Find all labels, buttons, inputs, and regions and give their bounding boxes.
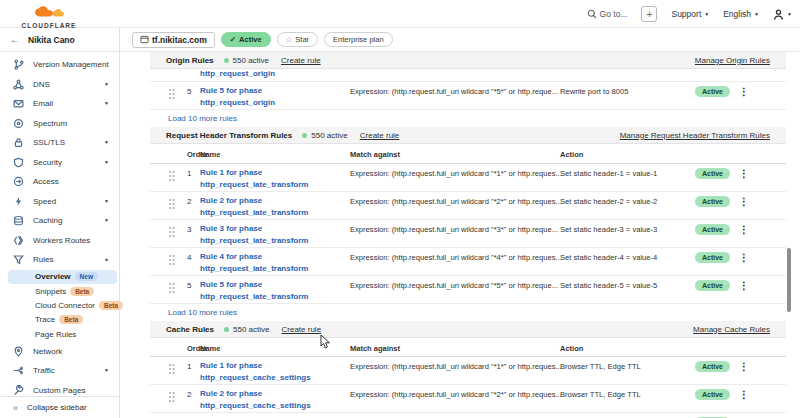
sidebar-item-version-management[interactable]: Version Management <box>0 55 119 75</box>
drag-handle-icon[interactable] <box>168 391 175 403</box>
rule-name-link[interactable]: Rule 4 for phasehttp_request_late_transf… <box>200 251 308 275</box>
beta-badge: Beta <box>59 315 83 324</box>
drag-handle-icon[interactable] <box>168 282 175 294</box>
rule-name-link[interactable]: Rule 1 for phasehttp_request_late_transf… <box>200 167 308 191</box>
beta-badge: Beta <box>99 301 123 310</box>
chevron-down-icon: ▼ <box>787 12 792 17</box>
kebab-menu-icon[interactable]: ⋮ <box>739 225 749 235</box>
kebab-menu-icon[interactable]: ⋮ <box>739 253 749 263</box>
language-menu[interactable]: English ▼ <box>723 9 759 19</box>
rule-name-link[interactable]: Rule 5 for phasehttp_request_late_transf… <box>200 279 308 303</box>
beta-badge: Beta <box>70 287 94 296</box>
account-header[interactable]: ← Nikita Cano <box>0 28 119 52</box>
sidebar-item-page-rules[interactable]: Page Rules <box>0 327 119 341</box>
star-button[interactable]: ☆ Star <box>277 32 319 47</box>
sidebar-item-dns[interactable]: DNS ▼ <box>0 75 119 95</box>
add-site-button[interactable]: + <box>641 6 657 22</box>
chevron-down-icon: ▼ <box>104 101 109 106</box>
sidebar-item-caching[interactable]: Caching ▼ <box>0 211 119 231</box>
sidebar-item-security[interactable]: Security ▼ <box>0 153 119 173</box>
rule-action: Set static header-3 = value-3 <box>560 225 657 234</box>
rule-name-line2: http_request_late_transform <box>200 264 308 273</box>
account-name: Nikita Cano <box>28 35 75 45</box>
kebab-menu-icon[interactable]: ⋮ <box>739 87 749 97</box>
sidebar-item-rules[interactable]: Rules ▼ <box>0 250 119 270</box>
drag-handle-icon[interactable] <box>168 170 175 182</box>
drag-handle-icon[interactable] <box>168 88 175 100</box>
shield-icon <box>13 157 24 168</box>
table-row[interactable]: 1 Rule 1 for phasehttp_request_late_tran… <box>150 164 786 192</box>
chevron-down-icon: ▼ <box>104 140 109 145</box>
cloudflare-logo[interactable]: CLOUDFLARE <box>20 3 78 29</box>
rule-name-link[interactable]: Rule 1 for phasehttp_request_cache_setti… <box>200 360 311 384</box>
status-badge: Active <box>695 224 730 235</box>
check-icon: ✓ <box>230 35 236 44</box>
column-action: Action <box>560 344 583 353</box>
table-row-clipped[interactable]: Active <box>150 413 786 418</box>
create-rule-link[interactable]: Create rule <box>281 56 321 65</box>
collapse-sidebar-button[interactable]: « Collapse sidebar <box>0 396 119 418</box>
drag-handle-icon[interactable] <box>168 254 175 266</box>
table-row[interactable]: 2 Rule 2 for phasehttp_request_cache_set… <box>150 385 786 413</box>
rule-name-link[interactable]: http_request_origin <box>200 68 275 80</box>
table-row-partial[interactable]: http_request_origin <box>150 69 786 82</box>
load-more-row: Load 10 more rules <box>150 304 786 321</box>
section-header-origin-rules: Origin Rules 550 active Create rule Mana… <box>150 52 786 69</box>
manage-origin-rules-link[interactable]: Manage Origin Rules <box>695 56 770 65</box>
vertical-scrollbar[interactable] <box>787 248 791 312</box>
sidebar-item-snippets[interactable]: Snippets Beta <box>0 284 119 298</box>
kebab-menu-icon[interactable]: ⋮ <box>739 169 749 179</box>
manage-cache-rules-link[interactable]: Manage Cache Rules <box>693 325 770 334</box>
drag-handle-icon[interactable] <box>168 226 175 238</box>
sidebar-item-trace[interactable]: Trace Beta <box>0 313 119 327</box>
chevron-down-icon: ▼ <box>754 12 759 17</box>
rule-name-link[interactable]: Rule 3 for phasehttp_request_late_transf… <box>200 223 308 247</box>
rule-name-line1: Rule 1 for phase <box>200 361 262 370</box>
caching-icon <box>13 215 24 226</box>
back-arrow-icon[interactable]: ← <box>10 34 20 45</box>
chevron-down-icon: ▼ <box>104 218 109 223</box>
kebab-menu-icon[interactable]: ⋮ <box>739 362 749 372</box>
table-row[interactable]: 5 Rule 5 for phasehttp_request_origin Ex… <box>150 82 786 110</box>
kebab-menu-icon[interactable]: ⋮ <box>739 281 749 291</box>
table-row[interactable]: 5 Rule 5 for phasehttp_request_late_tran… <box>150 276 786 304</box>
rule-match-expression: Expression: (http.request.full_uri wildc… <box>350 362 562 371</box>
load-more-link[interactable]: Load 10 more rules <box>168 308 237 317</box>
rule-name-line1: Rule 4 for phase <box>200 252 262 261</box>
rule-name-link[interactable]: Rule 2 for phasehttp_request_late_transf… <box>200 195 308 219</box>
table-row[interactable]: 1 Rule 1 for phasehttp_request_cache_set… <box>150 357 786 385</box>
domain-selector[interactable]: tf.nikitac.com <box>132 32 215 48</box>
kebab-menu-icon[interactable]: ⋮ <box>739 390 749 400</box>
rule-name-link[interactable]: Rule 5 for phasehttp_request_origin <box>200 85 275 109</box>
rule-order: 2 <box>187 390 191 399</box>
create-rule-link[interactable]: Create rule <box>360 131 400 140</box>
sidebar-item-network[interactable]: Network <box>0 341 119 361</box>
global-search[interactable]: Go to... <box>587 9 628 19</box>
create-rule-link[interactable]: Create rule <box>282 325 322 334</box>
support-menu[interactable]: Support ▼ <box>671 9 709 19</box>
rule-name-link[interactable]: Rule 2 for phasehttp_request_cache_setti… <box>200 388 311 412</box>
sidebar-item-access[interactable]: Access <box>0 172 119 192</box>
kebab-menu-icon[interactable]: ⋮ <box>739 197 749 207</box>
table-row[interactable]: 2 Rule 2 for phasehttp_request_late_tran… <box>150 192 786 220</box>
dns-icon <box>13 79 24 90</box>
plan-label: Enterprise plan <box>333 35 383 44</box>
sidebar-item-workers-routes[interactable]: Workers Routes <box>0 231 119 251</box>
sidebar-item-spectrum[interactable]: Spectrum <box>0 114 119 134</box>
sidebar-item-email[interactable]: Email ▼ <box>0 94 119 114</box>
table-row[interactable]: 3 Rule 3 for phasehttp_request_late_tran… <box>150 220 786 248</box>
load-more-link[interactable]: Load 10 more rules <box>168 114 237 123</box>
sidebar-item-ssl-tls[interactable]: SSL/TLS ▼ <box>0 133 119 153</box>
column-action: Action <box>560 150 583 159</box>
drag-handle-icon[interactable] <box>168 198 175 210</box>
sidebar-item-traffic[interactable]: Traffic ▼ <box>0 361 119 381</box>
sidebar-item-cloud-connector[interactable]: Cloud Connector Beta <box>0 298 119 312</box>
site-header-bar: tf.nikitac.com ✓ Active ☆ Star Enterpris… <box>120 28 800 52</box>
manage-request-header-transform-rules-link[interactable]: Manage Request Header Transform Rules <box>620 131 770 140</box>
load-more-row: Load 10 more rules <box>150 110 786 127</box>
sidebar-item-overview[interactable]: Overview New <box>8 270 117 284</box>
drag-handle-icon[interactable] <box>168 363 175 375</box>
table-row[interactable]: 4 Rule 4 for phasehttp_request_late_tran… <box>150 248 786 276</box>
sidebar-item-speed[interactable]: Speed ▼ <box>0 192 119 212</box>
user-menu[interactable]: ▼ <box>773 9 792 20</box>
